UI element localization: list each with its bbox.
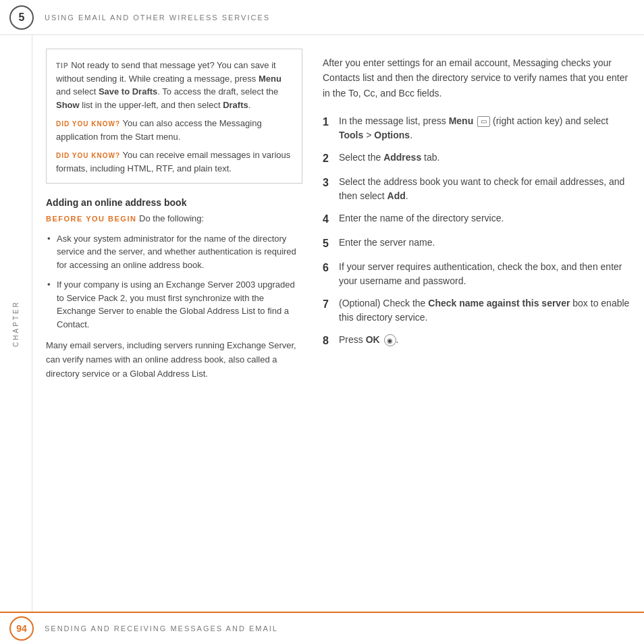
chapter-number: 5 <box>9 5 34 30</box>
menu-icon: ▭ <box>477 116 490 127</box>
step-1-num: 1 <box>323 114 339 130</box>
header-title: USING EMAIL AND OTHER WIRELESS SERVICES <box>45 14 270 22</box>
step-7-text: (Optional) Check the Check name against … <box>339 296 630 325</box>
bullet-list: Ask your system administrator for the na… <box>46 232 302 331</box>
intro-text: After you enter settings for an email ac… <box>323 55 630 101</box>
step-5-text: Enter the server name. <box>339 236 630 250</box>
footer-title: SENDING AND RECEIVING MESSAGES AND EMAIL <box>45 624 278 633</box>
step-2: 2 Select the Address tab. <box>323 151 630 167</box>
right-column: After you enter settings for an email ac… <box>323 49 630 598</box>
step-3-text: Select the address book you want to chec… <box>339 175 630 203</box>
step-6: 6 If your server requires authentication… <box>323 260 630 288</box>
list-item: If your company is using an Exchange Ser… <box>46 278 302 331</box>
step-1-text: In the message list, press Menu ▭ (right… <box>339 114 630 142</box>
chapter-label: CHAPTER <box>12 300 20 347</box>
tip-box: TIP Not ready to send that message yet? … <box>46 49 302 184</box>
step-4-num: 4 <box>323 211 339 227</box>
bottom-footer: 94 SENDING AND RECEIVING MESSAGES AND EM… <box>0 612 644 644</box>
step-7: 7 (Optional) Check the Check name agains… <box>323 296 630 325</box>
body-text: Many email servers, including servers ru… <box>46 339 302 381</box>
step-7-num: 7 <box>323 296 339 313</box>
step-5-num: 5 <box>323 236 339 252</box>
step-6-text: If your server requires authentication, … <box>339 260 630 288</box>
step-4: 4 Enter the name of the directory servic… <box>323 211 630 227</box>
left-sidebar: CHAPTER <box>0 35 32 612</box>
tip-label: TIP <box>56 62 69 70</box>
left-column: TIP Not ready to send that message yet? … <box>46 49 302 598</box>
list-item: Ask your system administrator for the na… <box>46 232 302 272</box>
step-4-text: Enter the name of the directory service. <box>339 211 630 225</box>
did-you-know-1-label: DID YOU KNOW? <box>56 120 120 128</box>
section-heading: Adding an online address book <box>46 197 302 208</box>
before-you-begin-text: Do the following: <box>139 213 204 223</box>
steps-list: 1 In the message list, press Menu ▭ (rig… <box>323 114 630 349</box>
before-you-begin-label: BEFORE YOU BEGIN <box>46 215 136 223</box>
step-8: 8 Press OK ◉. <box>323 333 630 349</box>
step-3-num: 3 <box>323 175 339 191</box>
before-you-begin: BEFORE YOU BEGIN Do the following: <box>46 212 302 225</box>
step-2-num: 2 <box>323 151 339 167</box>
page-number: 94 <box>9 616 34 641</box>
step-2-text: Select the Address tab. <box>339 151 630 165</box>
step-8-text: Press OK ◉. <box>339 333 630 347</box>
did-you-know-2-label: DID YOU KNOW? <box>56 152 120 159</box>
step-1: 1 In the message list, press Menu ▭ (rig… <box>323 114 630 142</box>
step-8-num: 8 <box>323 333 339 349</box>
step-6-num: 6 <box>323 260 339 276</box>
step-3: 3 Select the address book you want to ch… <box>323 175 630 203</box>
main-content: TIP Not ready to send that message yet? … <box>32 35 644 612</box>
tip-text: Not ready to send that message yet? You … <box>56 60 281 110</box>
step-5: 5 Enter the server name. <box>323 236 630 252</box>
ok-icon: ◉ <box>384 334 396 346</box>
top-header: 5 USING EMAIL AND OTHER WIRELESS SERVICE… <box>0 0 644 35</box>
